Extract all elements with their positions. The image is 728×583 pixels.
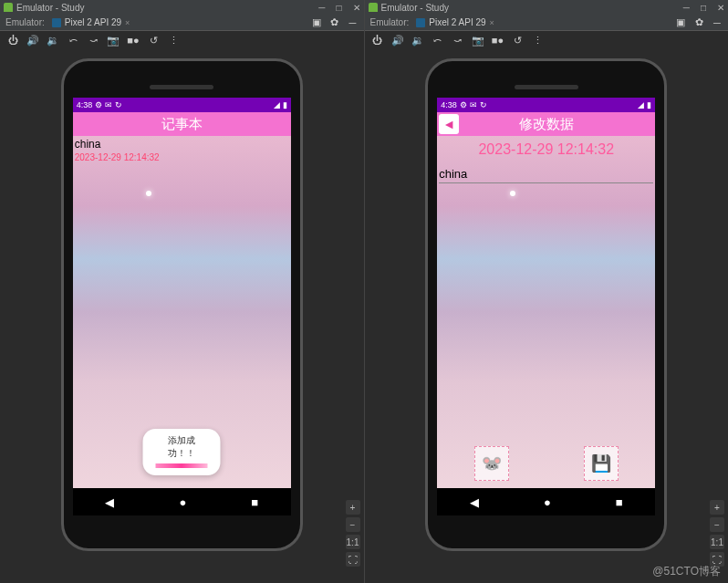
android-navbar: ◀ ● ■: [437, 488, 655, 515]
detach-icon[interactable]: ▣: [675, 17, 686, 28]
device-tab[interactable]: Pixel 2 API 29 ×: [52, 17, 130, 27]
power-icon[interactable]: ⏻: [372, 35, 383, 46]
nav-back-icon[interactable]: ◀: [470, 495, 479, 509]
note-item[interactable]: china: [73, 136, 291, 152]
edit-text-field[interactable]: china: [439, 165, 653, 183]
nav-recent-icon[interactable]: ■: [616, 495, 623, 509]
app-titlebar: 记事本: [73, 112, 291, 136]
window-maximize-icon[interactable]: □: [701, 3, 706, 13]
window-titlebar[interactable]: Emulator - Study ─ □ ✕: [365, 0, 729, 15]
hide-icon[interactable]: ─: [348, 17, 359, 28]
android-navbar: ◀ ● ■: [73, 488, 291, 515]
zoom-controls: + − 1:1 ⛶: [346, 500, 360, 567]
status-time: 4:38: [77, 100, 93, 109]
zoom-out-button[interactable]: −: [710, 517, 724, 532]
status-battery-icon: ▮: [283, 100, 287, 109]
zoom-controls: + − 1:1 ⛶: [710, 500, 724, 567]
rotate-right-icon[interactable]: ⤻: [452, 35, 463, 46]
more-icon[interactable]: ⋮: [533, 35, 544, 46]
phone-screen[interactable]: 4:38 ⚙ ✉ ↻ ◢ ▮ ◄ 修改数据 2: [437, 98, 655, 515]
app-title: 记事本: [161, 116, 203, 133]
window-title: Emulator - Study: [381, 3, 449, 13]
toast: 添加成功！！: [143, 429, 221, 475]
note-item-text: china: [75, 138, 289, 151]
window-maximize-icon[interactable]: □: [336, 3, 341, 13]
emulator-controls: ⏻ 🔊 🔉 ⤺ ⤻ 📷 ■● ↺ ⋮: [365, 31, 729, 49]
window-title: Emulator - Study: [16, 3, 84, 13]
zoom-in-button[interactable]: +: [710, 500, 724, 515]
volume-down-icon[interactable]: 🔉: [47, 35, 58, 46]
device-icon: [416, 18, 425, 27]
app-content[interactable]: 2023-12-29 12:14:32 china 🐭 💾: [437, 136, 655, 488]
window-titlebar[interactable]: Emulator - Study ─ □ ✕: [0, 0, 364, 15]
save-button[interactable]: 💾: [584, 446, 619, 481]
tab-close-icon[interactable]: ×: [125, 18, 130, 27]
save-icon: 💾: [591, 453, 611, 474]
chevron-left-icon: ◄: [442, 117, 455, 131]
phone-frame: 4:38 ⚙ ✉ ↻ ◢ ▮ ◄ 修改数据 2: [425, 58, 667, 551]
status-gear-icon: ⚙: [95, 100, 102, 109]
volume-down-icon[interactable]: 🔉: [412, 35, 423, 46]
status-mail-icon: ✉: [470, 100, 477, 109]
window-close-icon[interactable]: ✕: [717, 3, 724, 13]
volume-up-icon[interactable]: 🔊: [392, 35, 403, 46]
rotate-left-icon[interactable]: ⤺: [68, 35, 78, 46]
note-item-date: 2023-12-29 12:14:32: [73, 152, 291, 162]
screenshot-icon[interactable]: 📷: [108, 35, 119, 46]
watermark: @51CTO博客: [652, 564, 721, 579]
volume-up-icon[interactable]: 🔊: [27, 35, 38, 46]
status-gear-icon: ⚙: [460, 100, 467, 109]
delete-button[interactable]: 🐭: [474, 446, 509, 481]
nav-back-icon[interactable]: ◀: [105, 495, 114, 509]
back-button[interactable]: ◄: [439, 114, 459, 134]
more-icon[interactable]: ⋮: [168, 35, 179, 46]
app-title: 修改数据: [519, 116, 574, 133]
toast-underline: [156, 463, 208, 468]
nav-recent-icon[interactable]: ■: [251, 495, 258, 509]
emulator-window-left: Emulator - Study ─ □ ✕ Emulator: Pixel 2…: [0, 0, 364, 583]
app-content[interactable]: china 2023-12-29 12:14:32 添加成功！！: [73, 136, 291, 488]
back-icon[interactable]: ↺: [513, 35, 524, 46]
record-icon[interactable]: ■●: [128, 35, 139, 46]
status-mail-icon: ✉: [105, 100, 112, 109]
device-icon: [52, 18, 61, 27]
back-icon[interactable]: ↺: [148, 35, 159, 46]
emulator-toolbar: Emulator: Pixel 2 API 29 × ▣ ✿ ─: [365, 15, 729, 31]
rotate-left-icon[interactable]: ⤺: [432, 35, 443, 46]
settings-icon[interactable]: ✿: [693, 17, 704, 28]
window-minimize-icon[interactable]: ─: [318, 3, 325, 13]
android-logo-icon: [4, 3, 13, 12]
emulator-toolbar: Emulator: Pixel 2 API 29 × ▣ ✿ ─: [0, 15, 364, 31]
status-signal-icon: ◢: [274, 100, 280, 109]
zoom-in-button[interactable]: +: [346, 500, 360, 515]
nav-home-icon[interactable]: ●: [179, 495, 186, 509]
device-tab-label: Pixel 2 API 29: [65, 17, 121, 27]
device-tab[interactable]: Pixel 2 API 29 ×: [416, 17, 494, 27]
window-minimize-icon[interactable]: ─: [683, 3, 690, 13]
android-statusbar: 4:38 ⚙ ✉ ↻ ◢ ▮: [73, 98, 291, 112]
zoom-reset-button[interactable]: 1:1: [346, 535, 360, 549]
rotate-right-icon[interactable]: ⤻: [88, 35, 99, 46]
status-sync-icon: ↻: [480, 100, 487, 109]
zoom-out-button[interactable]: −: [346, 517, 360, 532]
nav-home-icon[interactable]: ●: [544, 495, 551, 509]
power-icon[interactable]: ⏻: [7, 35, 18, 46]
android-logo-icon: [369, 3, 378, 12]
phone-speaker: [515, 85, 578, 89]
emulator-controls: ⏻ 🔊 🔉 ⤺ ⤻ 📷 ■● ↺ ⋮: [0, 31, 364, 49]
edit-timestamp: 2023-12-29 12:14:32: [437, 136, 655, 163]
screenshot-icon[interactable]: 📷: [473, 35, 484, 46]
phone-screen[interactable]: 4:38 ⚙ ✉ ↻ ◢ ▮ 记事本 china: [73, 98, 291, 515]
toast-text: 添加成功！！: [156, 434, 208, 460]
detach-icon[interactable]: ▣: [311, 17, 322, 28]
zoom-fit-button[interactable]: ⛶: [346, 552, 360, 567]
emulator-label: Emulator:: [370, 17, 410, 27]
window-close-icon[interactable]: ✕: [353, 3, 360, 13]
settings-icon[interactable]: ✿: [329, 17, 340, 28]
emulator-window-right: Emulator - Study ─ □ ✕ Emulator: Pixel 2…: [364, 0, 729, 583]
tab-close-icon[interactable]: ×: [490, 18, 494, 27]
zoom-reset-button[interactable]: 1:1: [710, 535, 724, 549]
record-icon[interactable]: ■●: [493, 35, 504, 46]
status-time: 4:38: [441, 100, 457, 109]
hide-icon[interactable]: ─: [712, 17, 723, 28]
